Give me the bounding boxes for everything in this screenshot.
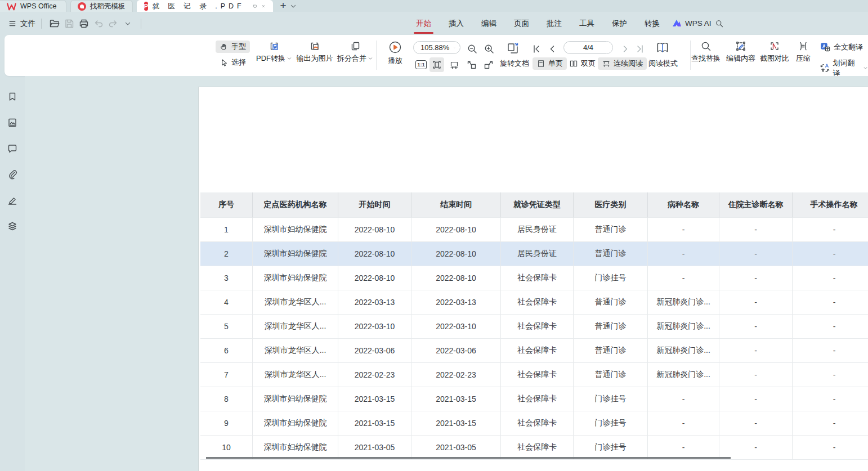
undo-icon xyxy=(93,18,104,29)
table-cell: 深圳市龙华区人... xyxy=(253,339,338,363)
menu-item-insert[interactable]: 插入 xyxy=(448,12,464,35)
read-mode-label: 阅读模式 xyxy=(648,59,678,69)
zoom-level-select[interactable]: 105.88% xyxy=(413,41,460,54)
rotate-pages-button[interactable] xyxy=(504,41,521,56)
table-row: 3深圳市妇幼保健院2022-08-102022-08-10社会保障卡门诊挂号--… xyxy=(200,266,868,290)
play-slideshow-button[interactable]: 播放 xyxy=(383,41,408,66)
signature-panel-button[interactable] xyxy=(5,193,20,208)
tab-docer-templates[interactable]: 找稻壳模板 xyxy=(70,0,133,12)
table-cell: - xyxy=(719,387,793,411)
table-header-row: 序号定点医药机构名称开始时间结束时间就诊凭证类型医疗类别病种名称住院主诊断名称手… xyxy=(200,192,868,218)
menu-item-annotate[interactable]: 批注 xyxy=(546,12,562,35)
table-cell: 社会保障卡 xyxy=(501,363,574,387)
fit-width-button[interactable] xyxy=(447,57,462,72)
layers-panel-button[interactable] xyxy=(5,219,20,234)
pdf-file-icon: P xyxy=(144,2,149,11)
next-page-button[interactable] xyxy=(618,42,633,56)
new-tab-button[interactable]: + xyxy=(280,0,287,11)
side-panel-rail xyxy=(0,76,25,471)
last-page-button[interactable] xyxy=(633,42,647,56)
table-cell: 深圳市妇幼保健院 xyxy=(253,218,338,242)
first-page-button[interactable] xyxy=(529,42,544,56)
edit-content-button[interactable]: 编辑内容 xyxy=(725,41,757,64)
pdf-convert-button[interactable]: PDF转换 xyxy=(257,41,292,64)
menu-item-page[interactable]: 页面 xyxy=(513,12,530,35)
fit-page-button[interactable] xyxy=(429,57,444,72)
comments-panel-button[interactable] xyxy=(5,141,20,156)
export-image-button[interactable]: 输出为图片 xyxy=(295,41,334,64)
more-quick-tools-button[interactable] xyxy=(120,17,135,30)
attachment-icon xyxy=(7,169,18,180)
table-cell: 深圳市妇幼保健院 xyxy=(253,436,338,460)
document-canvas[interactable]: 序号定点医药机构名称开始时间结束时间就诊凭证类型医疗类别病种名称住院主诊断名称手… xyxy=(25,76,868,471)
zoom-out-button[interactable] xyxy=(465,42,480,56)
table-cell: 普通门诊 xyxy=(574,363,648,387)
table-cell: 2021-03-15 xyxy=(411,411,501,436)
screenshot-compare-button[interactable]: 截图对比 xyxy=(759,41,790,64)
split-merge-button[interactable]: 拆分合并 xyxy=(337,41,374,64)
screen-cast-icon[interactable] xyxy=(253,2,257,11)
print-button[interactable] xyxy=(77,17,91,30)
menu-item-tools[interactable]: 工具 xyxy=(579,12,595,35)
table-cell: 普通门诊 xyxy=(574,315,648,339)
play-label: 播放 xyxy=(388,56,402,66)
pdf-page[interactable]: 序号定点医药机构名称开始时间结束时间就诊凭证类型医疗类别病种名称住院主诊断名称手… xyxy=(198,87,868,471)
find-replace-button[interactable]: 查找替换 xyxy=(690,41,722,64)
page-indicator-input[interactable] xyxy=(563,41,613,54)
select-tool-button[interactable]: 选择 xyxy=(216,56,250,69)
save-button[interactable] xyxy=(62,17,77,30)
signature-pen-icon xyxy=(7,195,18,206)
redo-button[interactable] xyxy=(106,17,120,30)
table-cell: 2 xyxy=(200,242,253,266)
undo-button[interactable] xyxy=(91,17,106,30)
table-cell: 居民身份证 xyxy=(501,218,574,242)
menu-item-home[interactable]: 开始 xyxy=(415,12,432,35)
table-cell: 社会保障卡 xyxy=(501,290,574,315)
rotate-right-icon xyxy=(483,59,494,70)
attachments-panel-button[interactable] xyxy=(5,167,20,182)
wps-ai-button[interactable]: WPS AI xyxy=(672,19,712,28)
file-menu-button[interactable]: 文件 xyxy=(8,19,35,29)
save-icon xyxy=(64,18,75,29)
menu-item-edit[interactable]: 编辑 xyxy=(481,12,497,35)
menu-item-protect[interactable]: 保护 xyxy=(611,12,628,35)
full-translate-button[interactable]: 全文翻译 xyxy=(820,42,863,53)
close-tab-icon[interactable] xyxy=(261,2,266,11)
continuous-read-button[interactable]: 连续阅读 xyxy=(598,57,647,70)
table-cell: - xyxy=(719,363,793,387)
table-cell: 10 xyxy=(200,436,253,460)
hand-tool-button[interactable]: 手型 xyxy=(216,41,250,53)
compress-button[interactable]: 压缩 xyxy=(791,41,815,64)
select-tool-label: 选择 xyxy=(231,57,246,68)
rotate-doc-button[interactable]: 旋转文档 xyxy=(500,59,529,69)
table-cell: 门诊挂号 xyxy=(574,387,648,411)
tab-list-chevron-icon[interactable] xyxy=(289,2,298,11)
table-cell: 深圳市龙华区人... xyxy=(253,315,338,339)
table-row: 2深圳市妇幼保健院2022-08-102022-08-10居民身份证普通门诊--… xyxy=(200,242,868,266)
menu-item-convert[interactable]: 转换 xyxy=(644,12,660,35)
menubar-search-button[interactable] xyxy=(715,19,724,28)
prev-page-button[interactable] xyxy=(545,42,560,56)
file-menu-label: 文件 xyxy=(20,19,35,29)
read-mode-button[interactable]: 阅读模式 xyxy=(648,59,678,69)
table-row: 4深圳市龙华区人...2022-03-132022-03-13社会保障卡普通门诊… xyxy=(200,290,868,315)
rotate-left-button[interactable] xyxy=(464,57,479,72)
read-book-icon xyxy=(655,41,670,55)
tab-document-pdf[interactable]: P 就 医 记 录 .PDF xyxy=(137,0,273,12)
actual-size-button[interactable]: 1:1 xyxy=(414,57,428,72)
zoom-in-button[interactable] xyxy=(482,42,496,56)
tab-wps-office[interactable]: WPS Office xyxy=(0,0,66,12)
single-page-button[interactable]: 单页 xyxy=(533,57,567,70)
tab-label: WPS Office xyxy=(20,2,56,10)
table-header-cell: 开始时间 xyxy=(338,192,411,218)
table-cell: - xyxy=(648,218,719,242)
rotate-right-button[interactable] xyxy=(481,57,496,72)
table-cell: 2021-03-05 xyxy=(411,436,501,460)
word-translate-button[interactable]: 划词翻译 xyxy=(820,58,868,78)
bookmarks-panel-button[interactable] xyxy=(5,89,20,104)
open-file-button[interactable] xyxy=(47,17,62,30)
hand-tool-icon xyxy=(220,42,229,51)
search-icon xyxy=(715,19,724,28)
thumbnails-panel-button[interactable] xyxy=(5,115,20,130)
table-cell: - xyxy=(719,290,793,315)
